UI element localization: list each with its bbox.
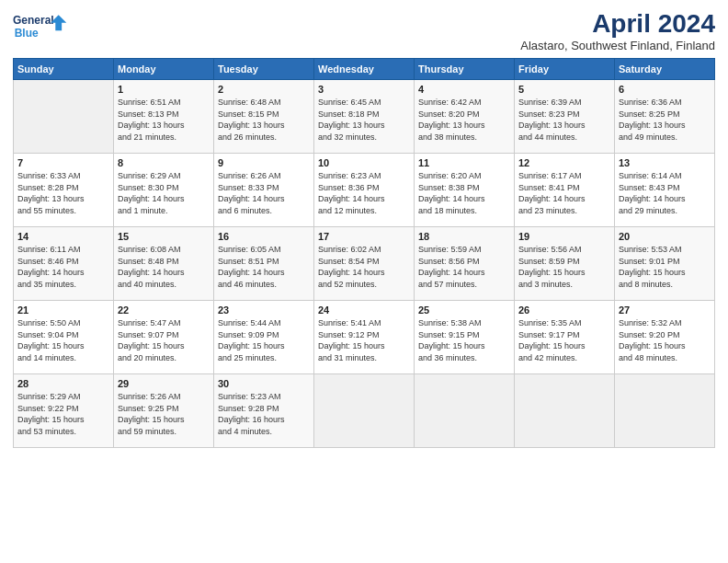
calendar-cell: 9Sunrise: 6:26 AM Sunset: 8:33 PM Daylig… [214, 154, 314, 227]
day-number: 13 [619, 157, 711, 168]
days-header-row: SundayMondayTuesdayWednesdayThursdayFrid… [14, 59, 715, 80]
day-number: 3 [318, 84, 410, 95]
calendar-cell: 18Sunrise: 5:59 AM Sunset: 8:56 PM Dayli… [415, 227, 515, 301]
calendar-cell: 29Sunrise: 5:26 AM Sunset: 9:25 PM Dayli… [114, 374, 214, 448]
day-number: 8 [118, 157, 210, 168]
calendar-page: General Blue April 2024 Alastaro, Southw… [0, 0, 728, 563]
day-info: Sunrise: 6:11 AM Sunset: 8:46 PM Dayligh… [17, 244, 109, 290]
calendar-cell: 26Sunrise: 5:35 AM Sunset: 9:17 PM Dayli… [515, 301, 615, 374]
day-number: 6 [619, 84, 711, 95]
day-number: 21 [17, 304, 109, 316]
day-info: Sunrise: 5:32 AM Sunset: 9:20 PM Dayligh… [619, 317, 711, 363]
day-info: Sunrise: 6:08 AM Sunset: 8:48 PM Dayligh… [118, 244, 210, 290]
calendar-cell: 27Sunrise: 5:32 AM Sunset: 9:20 PM Dayli… [615, 301, 715, 374]
week-row: 7Sunrise: 6:33 AM Sunset: 8:28 PM Daylig… [14, 154, 715, 227]
day-info: Sunrise: 6:17 AM Sunset: 8:41 PM Dayligh… [518, 170, 610, 216]
svg-text:Blue: Blue [15, 27, 39, 40]
calendar-cell: 21Sunrise: 5:50 AM Sunset: 9:04 PM Dayli… [14, 301, 114, 374]
day-info: Sunrise: 6:33 AM Sunset: 8:28 PM Dayligh… [17, 170, 109, 216]
day-info: Sunrise: 6:51 AM Sunset: 8:13 PM Dayligh… [118, 97, 210, 143]
day-number: 18 [418, 231, 510, 242]
day-info: Sunrise: 5:56 AM Sunset: 8:59 PM Dayligh… [518, 244, 610, 290]
day-info: Sunrise: 6:05 AM Sunset: 8:51 PM Dayligh… [218, 244, 310, 290]
day-info: Sunrise: 6:45 AM Sunset: 8:18 PM Dayligh… [318, 97, 410, 143]
day-number: 26 [518, 304, 610, 316]
day-number: 4 [418, 84, 510, 95]
calendar-cell: 13Sunrise: 6:14 AM Sunset: 8:43 PM Dayli… [615, 154, 715, 227]
day-info: Sunrise: 5:47 AM Sunset: 9:07 PM Dayligh… [118, 317, 210, 363]
day-header: Monday [114, 59, 214, 80]
day-number: 29 [118, 378, 210, 389]
day-info: Sunrise: 6:02 AM Sunset: 8:54 PM Dayligh… [318, 244, 410, 290]
day-info: Sunrise: 6:26 AM Sunset: 8:33 PM Dayligh… [218, 170, 310, 216]
calendar-cell: 11Sunrise: 6:20 AM Sunset: 8:38 PM Dayli… [415, 154, 515, 227]
calendar-cell: 1Sunrise: 6:51 AM Sunset: 8:13 PM Daylig… [114, 80, 214, 154]
calendar-cell: 17Sunrise: 6:02 AM Sunset: 8:54 PM Dayli… [314, 227, 415, 301]
day-info: Sunrise: 6:14 AM Sunset: 8:43 PM Dayligh… [619, 170, 711, 216]
day-number: 1 [118, 84, 210, 95]
calendar-cell: 12Sunrise: 6:17 AM Sunset: 8:41 PM Dayli… [515, 154, 615, 227]
title-area: April 2024 Alastaro, Southwest Finland, … [520, 9, 715, 52]
day-info: Sunrise: 6:42 AM Sunset: 8:20 PM Dayligh… [418, 97, 510, 143]
day-info: Sunrise: 5:41 AM Sunset: 9:12 PM Dayligh… [318, 317, 410, 363]
week-row: 28Sunrise: 5:29 AM Sunset: 9:22 PM Dayli… [14, 374, 715, 448]
day-number: 5 [518, 84, 610, 95]
day-number: 11 [418, 157, 510, 168]
calendar-cell: 19Sunrise: 5:56 AM Sunset: 8:59 PM Dayli… [515, 227, 615, 301]
calendar-cell: 4Sunrise: 6:42 AM Sunset: 8:20 PM Daylig… [415, 80, 515, 154]
day-info: Sunrise: 5:26 AM Sunset: 9:25 PM Dayligh… [118, 391, 210, 437]
calendar-cell: 6Sunrise: 6:36 AM Sunset: 8:25 PM Daylig… [615, 80, 715, 154]
calendar-cell [515, 374, 615, 448]
calendar-cell [314, 374, 415, 448]
logo: General Blue [13, 9, 68, 44]
subtitle: Alastaro, Southwest Finland, Finland [520, 39, 715, 52]
day-info: Sunrise: 6:39 AM Sunset: 8:23 PM Dayligh… [518, 97, 610, 143]
calendar-cell: 24Sunrise: 5:41 AM Sunset: 9:12 PM Dayli… [314, 301, 415, 374]
calendar-cell: 16Sunrise: 6:05 AM Sunset: 8:51 PM Dayli… [214, 227, 314, 301]
day-header: Friday [515, 59, 615, 80]
day-info: Sunrise: 5:59 AM Sunset: 8:56 PM Dayligh… [418, 244, 510, 290]
day-info: Sunrise: 5:50 AM Sunset: 9:04 PM Dayligh… [17, 317, 109, 363]
header: General Blue April 2024 Alastaro, Southw… [13, 9, 715, 52]
week-row: 14Sunrise: 6:11 AM Sunset: 8:46 PM Dayli… [14, 227, 715, 301]
day-number: 20 [619, 231, 711, 242]
calendar-cell [415, 374, 515, 448]
calendar-cell: 20Sunrise: 5:53 AM Sunset: 9:01 PM Dayli… [615, 227, 715, 301]
week-row: 1Sunrise: 6:51 AM Sunset: 8:13 PM Daylig… [14, 80, 715, 154]
day-header: Wednesday [314, 59, 415, 80]
day-number: 28 [17, 378, 109, 389]
day-number: 12 [518, 157, 610, 168]
logo-svg: General Blue [13, 9, 68, 44]
calendar-cell: 22Sunrise: 5:47 AM Sunset: 9:07 PM Dayli… [114, 301, 214, 374]
calendar-table: SundayMondayTuesdayWednesdayThursdayFrid… [13, 58, 715, 448]
day-number: 10 [318, 157, 410, 168]
day-header: Sunday [14, 59, 114, 80]
day-info: Sunrise: 5:53 AM Sunset: 9:01 PM Dayligh… [619, 244, 711, 290]
calendar-cell: 7Sunrise: 6:33 AM Sunset: 8:28 PM Daylig… [14, 154, 114, 227]
day-info: Sunrise: 5:38 AM Sunset: 9:15 PM Dayligh… [418, 317, 510, 363]
calendar-cell: 23Sunrise: 5:44 AM Sunset: 9:09 PM Dayli… [214, 301, 314, 374]
day-header: Saturday [615, 59, 715, 80]
day-info: Sunrise: 5:35 AM Sunset: 9:17 PM Dayligh… [518, 317, 610, 363]
calendar-cell: 28Sunrise: 5:29 AM Sunset: 9:22 PM Dayli… [14, 374, 114, 448]
day-info: Sunrise: 6:29 AM Sunset: 8:30 PM Dayligh… [118, 170, 210, 216]
calendar-cell: 3Sunrise: 6:45 AM Sunset: 8:18 PM Daylig… [314, 80, 415, 154]
day-info: Sunrise: 5:29 AM Sunset: 9:22 PM Dayligh… [17, 391, 109, 437]
day-info: Sunrise: 5:23 AM Sunset: 9:28 PM Dayligh… [218, 391, 310, 437]
calendar-cell: 2Sunrise: 6:48 AM Sunset: 8:15 PM Daylig… [214, 80, 314, 154]
week-row: 21Sunrise: 5:50 AM Sunset: 9:04 PM Dayli… [14, 301, 715, 374]
calendar-cell: 14Sunrise: 6:11 AM Sunset: 8:46 PM Dayli… [14, 227, 114, 301]
calendar-cell: 5Sunrise: 6:39 AM Sunset: 8:23 PM Daylig… [515, 80, 615, 154]
main-title: April 2024 [520, 9, 715, 39]
day-info: Sunrise: 6:36 AM Sunset: 8:25 PM Dayligh… [619, 97, 711, 143]
day-info: Sunrise: 6:48 AM Sunset: 8:15 PM Dayligh… [218, 97, 310, 143]
day-number: 15 [118, 231, 210, 242]
day-number: 24 [318, 304, 410, 316]
calendar-cell [14, 80, 114, 154]
day-number: 19 [518, 231, 610, 242]
svg-text:General: General [13, 14, 54, 27]
calendar-cell: 15Sunrise: 6:08 AM Sunset: 8:48 PM Dayli… [114, 227, 214, 301]
calendar-cell: 25Sunrise: 5:38 AM Sunset: 9:15 PM Dayli… [415, 301, 515, 374]
day-header: Tuesday [214, 59, 314, 80]
day-number: 23 [218, 304, 310, 316]
